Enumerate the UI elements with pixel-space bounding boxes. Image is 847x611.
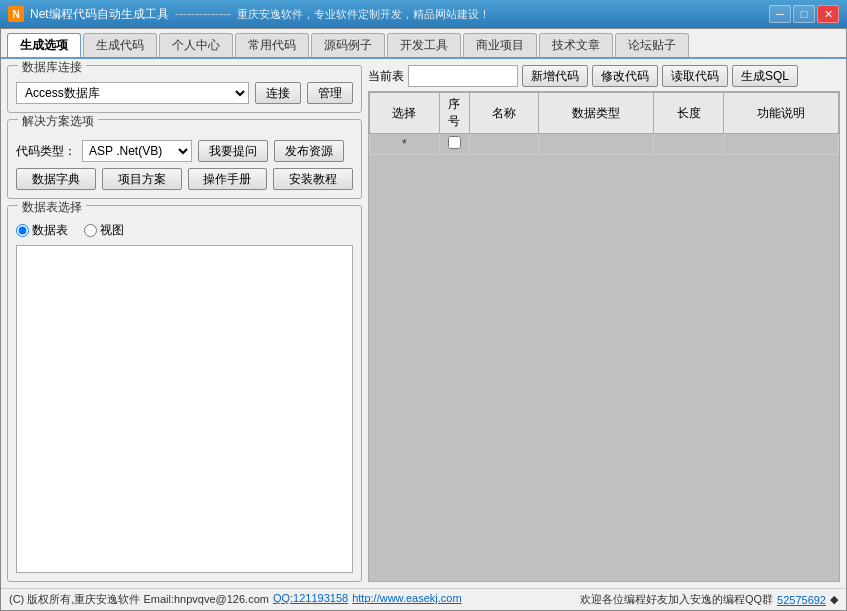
install-button[interactable]: 安装教程 bbox=[273, 168, 353, 190]
close-button[interactable]: ✕ bbox=[817, 5, 839, 23]
title-bar-left: N Net编程代码自动生成工具 -------------- 重庆安逸软件，专业… bbox=[8, 6, 490, 23]
tab-generate-options[interactable]: 生成选项 bbox=[7, 33, 81, 57]
table-select-group: 数据表选择 数据表 视图 bbox=[7, 205, 362, 582]
group-qq-link[interactable]: 52575692 bbox=[777, 594, 826, 606]
code-type-select[interactable]: ASP .Net(VB) ASP .Net(C#) PHP JSP bbox=[82, 140, 192, 162]
tab-tech-articles[interactable]: 技术文章 bbox=[539, 33, 613, 57]
col-header-length: 长度 bbox=[654, 93, 724, 134]
status-left: (C) 版权所有,重庆安逸软件 Email:hnpvqve@126.com QQ… bbox=[9, 592, 462, 607]
new-row-name bbox=[539, 134, 654, 155]
field-grid: 选择 序号 名称 数据类型 长度 功能说明 * bbox=[368, 91, 840, 582]
tab-source-examples[interactable]: 源码例子 bbox=[311, 33, 385, 57]
new-code-button[interactable]: 新增代码 bbox=[522, 65, 588, 87]
new-row-seq bbox=[469, 134, 539, 155]
status-bar: (C) 版权所有,重庆安逸软件 Email:hnpvqve@126.com QQ… bbox=[1, 588, 846, 610]
current-table-input[interactable] bbox=[408, 65, 518, 87]
db-row: Access数据库 SQL Server MySQL Oracle 连接 管理 bbox=[16, 82, 353, 104]
radio-table-text: 数据表 bbox=[32, 222, 68, 239]
title-bar: N Net编程代码自动生成工具 -------------- 重庆安逸软件，专业… bbox=[0, 0, 847, 28]
solution-btn-row: 数据字典 项目方案 操作手册 安装教程 bbox=[16, 168, 353, 190]
db-connection-group: 数据库连接 Access数据库 SQL Server MySQL Oracle … bbox=[7, 65, 362, 113]
col-header-name: 名称 bbox=[469, 93, 539, 134]
manage-button[interactable]: 管理 bbox=[307, 82, 353, 104]
website-link[interactable]: http://www.easekj.com bbox=[352, 592, 461, 607]
manual-button[interactable]: 操作手册 bbox=[188, 168, 268, 190]
col-header-description: 功能说明 bbox=[724, 93, 839, 134]
code-type-row: 代码类型： ASP .Net(VB) ASP .Net(C#) PHP JSP … bbox=[16, 140, 353, 162]
status-right: 欢迎各位编程好友加入安逸的编程QQ群 52575692 ◆ bbox=[580, 592, 838, 607]
app-icon: N bbox=[8, 6, 24, 22]
tab-personal-center[interactable]: 个人中心 bbox=[159, 33, 233, 57]
right-top-row: 当前表 新增代码 修改代码 读取代码 生成SQL bbox=[368, 65, 840, 87]
new-row-checkbox-cell[interactable] bbox=[439, 134, 469, 155]
tab-forum-posts[interactable]: 论坛贴子 bbox=[615, 33, 689, 57]
tab-bar: 生成选项 生成代码 个人中心 常用代码 源码例子 开发工具 商业项目 技术文章 … bbox=[1, 29, 846, 59]
radio-table-label[interactable]: 数据表 bbox=[16, 222, 68, 239]
radio-row: 数据表 视图 bbox=[16, 222, 353, 239]
radio-view-text: 视图 bbox=[100, 222, 124, 239]
solution-group-title: 解决方案选项 bbox=[18, 113, 98, 130]
current-table-label: 当前表 bbox=[368, 68, 404, 85]
app-subtitle: 重庆安逸软件，专业软件定制开发，精品网站建设！ bbox=[237, 7, 490, 22]
tab-dev-tools[interactable]: 开发工具 bbox=[387, 33, 461, 57]
restore-button[interactable]: □ bbox=[793, 5, 815, 23]
content-area: 数据库连接 Access数据库 SQL Server MySQL Oracle … bbox=[1, 59, 846, 588]
status-link-icon: ◆ bbox=[830, 593, 838, 606]
radio-table-input[interactable] bbox=[16, 224, 29, 237]
col-header-datatype: 数据类型 bbox=[539, 93, 654, 134]
right-panel: 当前表 新增代码 修改代码 读取代码 生成SQL 选择 序号 名称 数据类型 bbox=[368, 65, 840, 582]
code-type-label: 代码类型： bbox=[16, 143, 76, 160]
new-row-length bbox=[724, 134, 839, 155]
welcome-text: 欢迎各位编程好友加入安逸的编程QQ群 bbox=[580, 592, 773, 607]
row-checkbox[interactable] bbox=[448, 136, 461, 149]
app-title: Net编程代码自动生成工具 bbox=[30, 6, 169, 23]
tab-commercial-projects[interactable]: 商业项目 bbox=[463, 33, 537, 57]
copyright-text: (C) 版权所有,重庆安逸软件 Email:hnpvqve@126.com bbox=[9, 592, 269, 607]
ask-button[interactable]: 我要提问 bbox=[198, 140, 268, 162]
new-row-star: * bbox=[370, 134, 440, 155]
solution-group: 解决方案选项 代码类型： ASP .Net(VB) ASP .Net(C#) P… bbox=[7, 119, 362, 199]
table-header-row: 选择 序号 名称 数据类型 长度 功能说明 bbox=[370, 93, 839, 134]
field-table: 选择 序号 名称 数据类型 长度 功能说明 * bbox=[369, 92, 839, 155]
generate-sql-button[interactable]: 生成SQL bbox=[732, 65, 798, 87]
window-controls: ─ □ ✕ bbox=[769, 5, 839, 23]
radio-view-label[interactable]: 视图 bbox=[84, 222, 124, 239]
publish-button[interactable]: 发布资源 bbox=[274, 140, 344, 162]
main-window: 生成选项 生成代码 个人中心 常用代码 源码例子 开发工具 商业项目 技术文章 … bbox=[0, 28, 847, 611]
read-code-button[interactable]: 读取代码 bbox=[662, 65, 728, 87]
table-group-title: 数据表选择 bbox=[18, 199, 86, 216]
tab-common-code[interactable]: 常用代码 bbox=[235, 33, 309, 57]
connect-button[interactable]: 连接 bbox=[255, 82, 301, 104]
minimize-button[interactable]: ─ bbox=[769, 5, 791, 23]
modify-code-button[interactable]: 修改代码 bbox=[592, 65, 658, 87]
plan-button[interactable]: 项目方案 bbox=[102, 168, 182, 190]
db-type-select[interactable]: Access数据库 SQL Server MySQL Oracle bbox=[16, 82, 249, 104]
table-row: * bbox=[370, 134, 839, 155]
left-panel: 数据库连接 Access数据库 SQL Server MySQL Oracle … bbox=[7, 65, 362, 582]
dict-button[interactable]: 数据字典 bbox=[16, 168, 96, 190]
db-group-title: 数据库连接 bbox=[18, 59, 86, 76]
new-row-datatype bbox=[654, 134, 724, 155]
col-header-select: 选择 bbox=[370, 93, 440, 134]
qq-link[interactable]: QQ:121193158 bbox=[273, 592, 348, 607]
table-list-box[interactable] bbox=[16, 245, 353, 573]
col-header-seq: 序号 bbox=[439, 93, 469, 134]
tab-generate-code[interactable]: 生成代码 bbox=[83, 33, 157, 57]
radio-view-input[interactable] bbox=[84, 224, 97, 237]
